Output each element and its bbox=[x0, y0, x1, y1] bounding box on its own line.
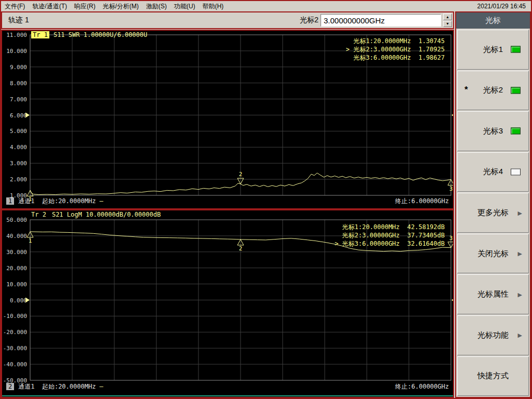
sidebar-button-8[interactable]: 快捷方式 bbox=[457, 356, 529, 396]
y-tick-label: 50.000 bbox=[6, 217, 27, 223]
marker-frequency-input[interactable] bbox=[321, 14, 441, 26]
marker-entry-group: 光标2 ▲ ▼ bbox=[300, 14, 453, 27]
marker-handle-3[interactable]: 3 bbox=[448, 235, 453, 248]
marker-frequency-stepper: ▲ ▼ bbox=[443, 14, 452, 27]
channel-bar: 1通道1 起始:20.0000MHz —终止:6.00000GHz bbox=[6, 197, 450, 206]
trace-format-label: S21 LogM 10.00000dB/0.00000dB bbox=[48, 211, 161, 218]
submenu-arrow-icon: ▶ bbox=[518, 209, 522, 216]
channel-start-label: 通道1 起始:20.0000MHz bbox=[18, 383, 99, 390]
led-indicator-icon bbox=[511, 128, 521, 135]
ref-level-arrow-right-icon bbox=[451, 298, 453, 303]
sidebar-button-label: 光标4 bbox=[483, 167, 503, 177]
svg-text:2: 2 bbox=[239, 171, 243, 178]
stepper-up-button[interactable]: ▲ bbox=[443, 14, 452, 20]
ref-level-arrow-left-icon bbox=[25, 113, 30, 118]
chart-panel-tr1: 11.00010.0009.0008.0007.0006.0005.0004.0… bbox=[1, 30, 454, 209]
marker-readout: 光标2:3.00000GHz 37.73405dB bbox=[335, 231, 445, 240]
y-tick-label: 11.000 bbox=[6, 32, 27, 38]
sidebar-button-label: 光标3 bbox=[483, 126, 503, 136]
y-tick-label: 6.000 bbox=[10, 112, 27, 119]
sidebar-button-4[interactable]: 更多光标▶ bbox=[457, 193, 529, 233]
channel-number-badge: 1 bbox=[6, 197, 14, 205]
svg-text:2: 2 bbox=[239, 245, 243, 252]
sweep-progress-line bbox=[2, 395, 453, 396]
menubar-items: 文件(F)轨迹/通道(T)响应(R)光标/分析(M)激励(S)功能(U)帮助(H… bbox=[1, 2, 227, 11]
menu-item-4[interactable]: 激励(S) bbox=[142, 2, 170, 11]
active-marker-asterisk: * bbox=[464, 85, 468, 95]
y-tick-label: 9.000 bbox=[10, 64, 27, 71]
trace-format-label: S11 SWR 1.00000U/6.00000U bbox=[49, 31, 148, 38]
toolbar: 轨迹 1 光标2 ▲ ▼ bbox=[1, 11, 454, 29]
trace-badge: Tr 2 bbox=[31, 211, 48, 218]
y-tick-label: -20.000 bbox=[3, 329, 27, 336]
ref-level-arrow-right-icon bbox=[451, 113, 453, 118]
submenu-arrow-icon: ▶ bbox=[518, 250, 522, 257]
marker-readouts: 光标1:20.0000MHz 1.30745> 光标2:3.00000GHz 1… bbox=[346, 37, 445, 62]
sidebar-buttons: 光标1*光标2光标3光标4更多光标▶关闭光标▶光标属性▶光标功能▶快捷方式 bbox=[456, 29, 530, 397]
menu-item-2[interactable]: 响应(R) bbox=[71, 2, 99, 11]
active-trace-label: 轨迹 1 bbox=[2, 16, 29, 25]
menu-item-1[interactable]: 轨迹/通道(T) bbox=[29, 2, 71, 11]
sidebar-button-label: 光标2 bbox=[483, 85, 503, 95]
svg-text:1: 1 bbox=[29, 237, 32, 244]
menu-item-3[interactable]: 光标/分析(M) bbox=[99, 2, 142, 11]
trace-title[interactable]: Tr 1S11 SWR 1.00000U/6.00000U bbox=[31, 31, 148, 38]
y-tick-label: 30.000 bbox=[6, 249, 27, 256]
submenu-arrow-icon: ▶ bbox=[518, 332, 522, 339]
sidebar-button-label: 更多光标 bbox=[477, 208, 509, 218]
svg-text:3: 3 bbox=[449, 235, 453, 242]
sweep-indicator-dash: — bbox=[100, 197, 103, 205]
y-tick-label: 0.000 bbox=[10, 297, 27, 304]
y-tick-label: 40.000 bbox=[6, 233, 27, 240]
menubar: 文件(F)轨迹/通道(T)响应(R)光标/分析(M)激励(S)功能(U)帮助(H… bbox=[1, 1, 531, 11]
sidebar-button-0[interactable]: 光标1 bbox=[457, 30, 529, 70]
led-indicator-icon bbox=[511, 87, 521, 94]
channel-stop-label: 终止:6.00000GHz bbox=[395, 382, 449, 391]
sidebar-button-label: 关闭光标 bbox=[477, 249, 509, 259]
sidebar-button-2[interactable]: 光标3 bbox=[457, 111, 529, 151]
ref-level-arrow-left-icon bbox=[25, 298, 30, 303]
trace-title[interactable]: Tr 2S21 LogM 10.00000dB/0.00000dB bbox=[31, 211, 161, 218]
menu-item-5[interactable]: 功能(U) bbox=[170, 2, 199, 11]
menu-item-6[interactable]: 帮助(H) bbox=[199, 2, 228, 11]
marker-readout: > 光标2:3.00000GHz 1.70925 bbox=[346, 45, 445, 54]
submenu-arrow-icon: ▶ bbox=[518, 291, 522, 298]
svg-text:3: 3 bbox=[449, 185, 453, 192]
channel-stop-label: 终止:6.00000GHz bbox=[395, 197, 449, 206]
marker-readout: 光标3:6.00000GHz 1.98627 bbox=[346, 54, 445, 62]
marker-entry-label: 光标2 bbox=[300, 16, 318, 25]
sidebar-button-label: 光标1 bbox=[483, 45, 503, 55]
vna-window: 文件(F)轨迹/通道(T)响应(R)光标/分析(M)激励(S)功能(U)帮助(H… bbox=[0, 0, 532, 399]
led-indicator-icon bbox=[511, 168, 521, 175]
marker-readout: 光标1:20.0000MHz 1.30745 bbox=[346, 37, 445, 45]
marker-readout: 光标1:20.0000MHz 42.58192dB bbox=[335, 223, 445, 231]
stepper-down-button[interactable]: ▼ bbox=[443, 21, 452, 28]
y-tick-label: -30.000 bbox=[3, 345, 27, 352]
sidebar-button-label: 光标功能 bbox=[477, 330, 509, 340]
marker-readout: > 光标3:6.00000GHz 32.61640dB bbox=[335, 240, 445, 248]
sidebar-marker-menu: 光标 光标1*光标2光标3光标4更多光标▶关闭光标▶光标属性▶光标功能▶快捷方式 bbox=[455, 11, 531, 398]
sidebar-button-label: 光标属性 bbox=[477, 289, 509, 299]
sidebar-header: 光标 bbox=[456, 12, 530, 29]
led-indicator-icon bbox=[511, 46, 521, 53]
sidebar-button-5[interactable]: 关闭光标▶ bbox=[457, 234, 529, 274]
y-tick-label: 3.000 bbox=[10, 160, 27, 167]
sidebar-button-6[interactable]: 光标属性▶ bbox=[457, 274, 529, 314]
y-tick-label: -10.000 bbox=[3, 313, 27, 320]
trace-badge: Tr 1 bbox=[31, 31, 49, 38]
y-tick-label: 10.000 bbox=[6, 48, 27, 55]
channel-start-label: 通道1 起始:20.0000MHz bbox=[18, 197, 99, 205]
sidebar-button-1[interactable]: *光标2 bbox=[457, 71, 529, 111]
y-tick-label: 7.000 bbox=[10, 96, 27, 103]
y-tick-label: 10.000 bbox=[6, 281, 27, 288]
marker-readouts: 光标1:20.0000MHz 42.58192dB光标2:3.00000GHz … bbox=[335, 223, 445, 248]
marker-handle-3[interactable]: 3 bbox=[448, 180, 453, 192]
menu-item-0[interactable]: 文件(F) bbox=[1, 2, 29, 11]
datetime: 2021/01/29 16:45 bbox=[477, 3, 531, 10]
sidebar-button-label: 快捷方式 bbox=[477, 371, 509, 381]
channel-bar: 2通道1 起始:20.0000MHz —终止:6.00000GHz bbox=[6, 382, 450, 391]
channel-number-badge: 2 bbox=[6, 383, 14, 390]
y-tick-label: 20.000 bbox=[6, 265, 27, 272]
sidebar-button-7[interactable]: 光标功能▶ bbox=[457, 315, 529, 355]
sidebar-button-3[interactable]: 光标4 bbox=[457, 152, 529, 192]
